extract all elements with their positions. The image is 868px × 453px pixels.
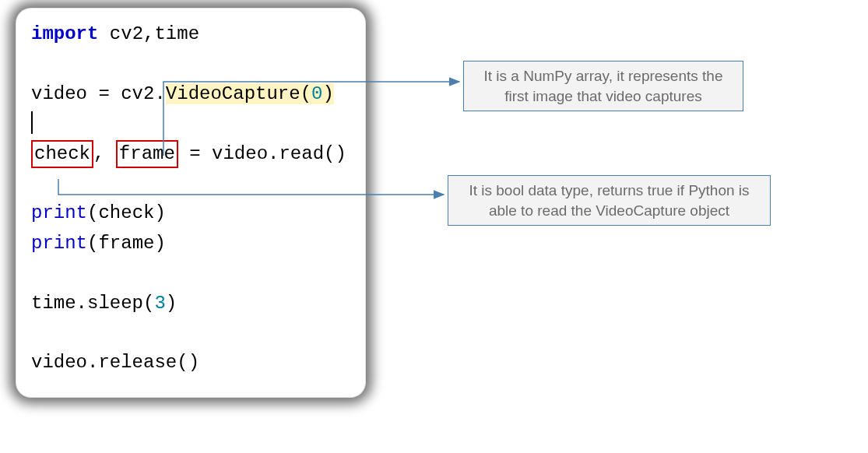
text-comma: , [93, 143, 116, 164]
text-release: video.release() [31, 352, 199, 373]
text-sleep-a: time.sleep( [31, 293, 154, 314]
text-close-paren: ) [322, 83, 333, 104]
code-line-3: video = cv2.VideoCapture(0) [31, 79, 350, 109]
text-video-assign: video = cv2. [31, 83, 166, 104]
code-line-1: import cv2,time [31, 19, 350, 49]
code-line-7: print(check) [31, 198, 350, 228]
callout-check: It is bool data type, returns true if Py… [448, 175, 771, 226]
cursor-icon [31, 111, 33, 134]
code-block: import cv2,time video = cv2.VideoCapture… [16, 8, 366, 398]
builtin-print-1: print [31, 202, 87, 223]
callout-frame: It is a NumPy array, it represents the f… [463, 61, 743, 111]
text-print-check: (check) [87, 202, 166, 223]
keyword-import: import [31, 23, 98, 44]
text-print-frame: (frame) [87, 233, 166, 254]
text-modules: cv2,time [98, 23, 199, 44]
box-frame: frame [116, 140, 178, 168]
builtin-print-2: print [31, 233, 87, 254]
text-videocapture: VideoCapture( [166, 83, 311, 104]
number-zero: 0 [311, 83, 322, 104]
code-line-blank-2 [31, 169, 350, 198]
code-line-blank-1 [31, 49, 350, 79]
text-sleep-b: ) [166, 293, 177, 314]
code-line-8: print(frame) [31, 229, 350, 258]
box-check: check [31, 140, 93, 168]
number-three: 3 [154, 293, 165, 314]
code-line-blank-4 [31, 318, 350, 348]
code-line-12: video.release() [31, 348, 350, 378]
code-line-10: time.sleep(3) [31, 289, 350, 318]
code-line-5: check, frame = video.read() [31, 139, 350, 169]
highlight-videocapture: VideoCapture(0) [166, 83, 334, 104]
code-line-blank-3 [31, 258, 350, 288]
text-read-call: = video.read() [178, 143, 346, 164]
code-line-cursor [31, 109, 350, 139]
